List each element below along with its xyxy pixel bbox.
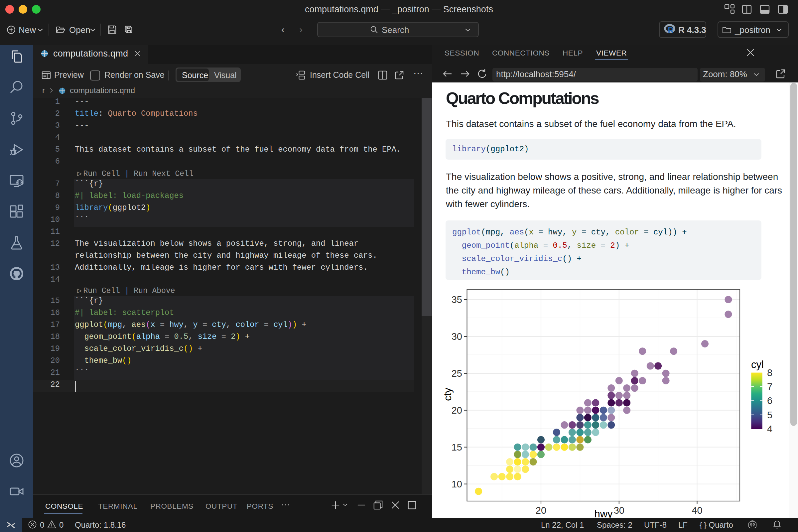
svg-text:15: 15	[452, 442, 462, 453]
svg-text:8: 8	[767, 367, 773, 378]
svg-text:cty: cty	[442, 388, 454, 401]
svg-text:R: R	[668, 25, 673, 34]
svg-text:20: 20	[452, 405, 462, 416]
svg-text:35: 35	[452, 294, 462, 305]
svg-text:6: 6	[767, 395, 773, 406]
svg-text:25: 25	[452, 368, 462, 379]
svg-text:20: 20	[536, 505, 546, 516]
svg-text:5: 5	[767, 410, 773, 420]
svg-text:30: 30	[452, 331, 462, 342]
svg-text:hwy: hwy	[594, 508, 613, 518]
svg-text:30: 30	[614, 505, 624, 516]
svg-text:7: 7	[767, 381, 773, 392]
svg-text:40: 40	[691, 505, 702, 516]
svg-text:cyl: cyl	[751, 359, 764, 370]
svg-text:10: 10	[452, 479, 462, 490]
svg-text:4: 4	[767, 424, 773, 434]
